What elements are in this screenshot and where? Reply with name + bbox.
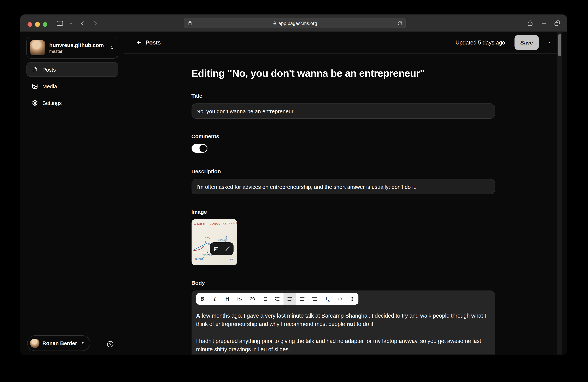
description-label: Description bbox=[191, 168, 495, 174]
screen: app.pagescms.org bbox=[0, 0, 588, 382]
back-to-posts-link[interactable]: Posts bbox=[136, 39, 161, 46]
sketch-payout-text: PAYOUT bbox=[194, 258, 203, 261]
sidebar-menu-chevron-button[interactable] bbox=[67, 15, 74, 32]
media-icon bbox=[32, 83, 38, 89]
body-paragraph: A few months ago, I gave a very last min… bbox=[196, 312, 490, 328]
heading-button[interactable]: H bbox=[221, 293, 233, 305]
sketch-mucho-text: MUCHO $ bbox=[218, 239, 226, 241]
body-label: Body bbox=[191, 280, 495, 286]
reload-icon bbox=[398, 21, 402, 25]
image-thumbnail[interactable]: A TAD MORE ABOUT OUTCOMES CEO NOT CEO 10… bbox=[191, 219, 237, 265]
user-name: Ronan Berder bbox=[42, 340, 81, 346]
browser-toolbar: app.pagescms.org bbox=[20, 15, 567, 32]
share-icon bbox=[527, 20, 533, 26]
editor-header: Posts Updated 5 days ago Save bbox=[124, 32, 562, 54]
save-button[interactable]: Save bbox=[514, 35, 539, 50]
user-menu[interactable]: Ronan Berder bbox=[27, 335, 90, 351]
body-editor[interactable]: BIHTx A few months ago, I gave a very la… bbox=[191, 290, 495, 355]
scrollbar-thumb[interactable] bbox=[558, 34, 561, 57]
settings-icon bbox=[32, 100, 38, 106]
user-avatar bbox=[30, 338, 40, 348]
image-label: Image bbox=[191, 209, 495, 215]
toggle-sidebar-button[interactable] bbox=[55, 15, 64, 32]
back-button[interactable] bbox=[78, 15, 87, 32]
chevron-right-icon bbox=[92, 20, 98, 26]
sidebar-item-settings[interactable]: Settings bbox=[26, 96, 118, 110]
whiteboard-sketch-image: A TAD MORE ABOUT OUTCOMES CEO NOT CEO 10… bbox=[191, 219, 237, 265]
description-input[interactable] bbox=[191, 179, 495, 194]
body-content[interactable]: A few months ago, I gave a very last min… bbox=[196, 305, 490, 353]
trash-icon bbox=[213, 246, 218, 251]
reader-view-icon[interactable] bbox=[188, 20, 192, 26]
tab-overview-button[interactable] bbox=[552, 15, 563, 32]
url-text: app.pagescms.org bbox=[278, 20, 317, 26]
repo-selector[interactable]: hunvreus.github.com master bbox=[26, 37, 118, 58]
sidebar-icon bbox=[56, 19, 63, 27]
reload-button[interactable] bbox=[398, 21, 402, 25]
kebab-icon bbox=[547, 39, 552, 46]
sketch-lity-text: LITY bbox=[230, 258, 234, 260]
pages-cms-app: hunvreus.github.com master PostsMediaSet… bbox=[20, 32, 567, 355]
repo-branch: master bbox=[49, 49, 109, 54]
bold-button[interactable]: B bbox=[196, 293, 209, 305]
zoom-window-button[interactable] bbox=[43, 22, 47, 27]
circle-help-icon bbox=[107, 341, 114, 348]
italic-button[interactable]: I bbox=[209, 293, 221, 305]
editor-form: Editing "No, you don't wanna be an entre… bbox=[191, 68, 495, 355]
edit-image-button[interactable] bbox=[221, 242, 233, 255]
back-label: Posts bbox=[146, 39, 161, 46]
scrollbar-track[interactable] bbox=[557, 32, 562, 355]
sidebar-item-posts[interactable]: Posts bbox=[26, 62, 118, 77]
sidebar-item-label: Media bbox=[42, 83, 57, 89]
close-window-button[interactable] bbox=[27, 22, 32, 27]
help-button[interactable] bbox=[107, 341, 114, 348]
pencil-icon bbox=[225, 246, 230, 251]
more-options-button[interactable] bbox=[547, 39, 552, 46]
ordered-list-button[interactable] bbox=[271, 293, 284, 305]
forward-button[interactable] bbox=[90, 15, 99, 32]
posts-icon bbox=[32, 66, 38, 73]
image-button[interactable] bbox=[233, 293, 246, 305]
align-right-button[interactable] bbox=[308, 293, 321, 305]
arrow-left-icon bbox=[136, 39, 142, 46]
chevron-down-icon bbox=[69, 21, 73, 25]
new-tab-button[interactable] bbox=[538, 15, 549, 32]
sidebar-item-media[interactable]: Media bbox=[26, 79, 118, 93]
share-button[interactable] bbox=[525, 15, 536, 32]
link-button[interactable] bbox=[246, 293, 258, 305]
toolbar-divider bbox=[66, 20, 66, 27]
image-actions bbox=[210, 242, 233, 255]
body-paragraph: I hadn't prepared anything prior to givi… bbox=[196, 337, 490, 353]
minimize-window-button[interactable] bbox=[35, 22, 40, 27]
sidebar-nav: PostsMediaSettings bbox=[26, 62, 118, 110]
sketch-ceo-text: CEO bbox=[205, 237, 210, 240]
sidebar-item-label: Settings bbox=[42, 100, 62, 106]
delete-image-button[interactable] bbox=[210, 242, 221, 255]
tabs-icon bbox=[554, 20, 561, 26]
bullet-list-button[interactable] bbox=[258, 293, 271, 305]
more-button[interactable] bbox=[346, 293, 358, 305]
sidebar: hunvreus.github.com master PostsMediaSet… bbox=[20, 32, 124, 355]
toggle-knob bbox=[199, 145, 207, 152]
formatting-toolbar: BIHTx bbox=[196, 293, 358, 305]
chevrons-up-down-icon bbox=[81, 341, 85, 345]
title-label: Title bbox=[191, 93, 495, 99]
repo-name: hunvreus.github.com bbox=[49, 42, 109, 48]
clear-formatting-button[interactable]: Tx bbox=[321, 293, 333, 305]
title-input[interactable] bbox=[191, 103, 495, 119]
main-panel: Posts Updated 5 days ago Save Editing "N… bbox=[124, 32, 562, 355]
safari-window: app.pagescms.org bbox=[20, 15, 567, 355]
address-bar[interactable]: app.pagescms.org bbox=[184, 18, 406, 28]
chevrons-up-down-icon bbox=[109, 45, 114, 50]
updated-status: Updated 5 days ago bbox=[456, 39, 505, 46]
repo-avatar bbox=[30, 40, 45, 55]
comments-toggle[interactable] bbox=[191, 144, 207, 153]
code-button[interactable] bbox=[333, 293, 346, 305]
align-left-button[interactable] bbox=[284, 293, 296, 305]
sidebar-item-label: Posts bbox=[42, 66, 56, 73]
align-center-button[interactable] bbox=[296, 293, 309, 305]
comments-label: Comments bbox=[191, 133, 495, 139]
page-title: Editing "No, you don't wanna be an entre… bbox=[191, 68, 495, 79]
lock-icon bbox=[273, 21, 277, 25]
chevron-left-icon bbox=[80, 20, 86, 26]
